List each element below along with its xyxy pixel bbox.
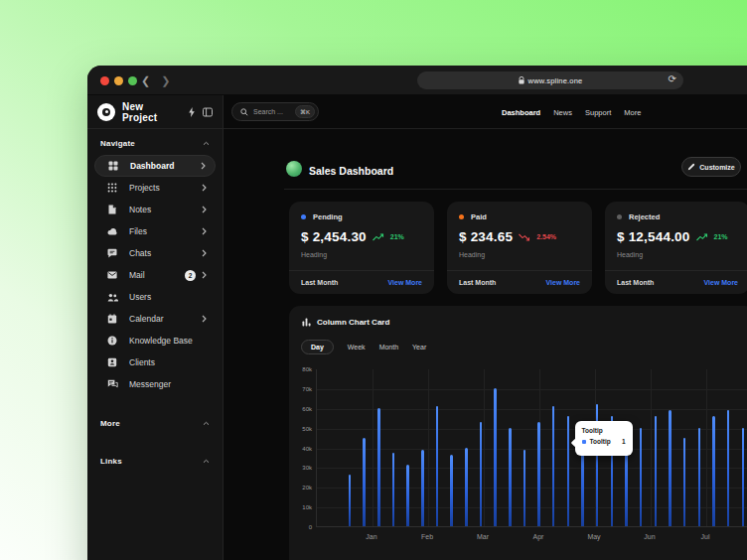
chart-tooltip: Tooltip Tooltip 1 <box>575 421 633 456</box>
close-window-button[interactable] <box>100 76 109 85</box>
tab-month[interactable]: Month <box>379 341 398 353</box>
sidebar-nav: DashboardProjectsNotesFilesChatsMail2Use… <box>87 153 223 395</box>
x-axis-label: May <box>580 533 608 540</box>
stat-card-label: Paid <box>471 212 487 221</box>
sidebar-item-label: Knowledge Base <box>129 336 193 346</box>
tab-day[interactable]: Day <box>301 340 334 354</box>
address-bar[interactable]: www.spline.one ⟳ <box>417 71 683 89</box>
bar[interactable] <box>406 465 409 526</box>
bolt-icon[interactable] <box>188 107 196 117</box>
y-axis-label: 0 <box>291 524 312 530</box>
top-nav-link-more[interactable]: More <box>624 108 641 117</box>
bar[interactable] <box>537 422 540 526</box>
y-axis-label: 40k <box>291 446 312 452</box>
trend-percent: 2.54% <box>536 233 556 240</box>
sidebar-item-calendar[interactable]: Calendar <box>94 308 216 330</box>
top-nav: DashboardNewsSupportMore <box>502 95 641 129</box>
bar-chart-icon <box>302 318 311 327</box>
stat-card-subtitle: Heading <box>459 251 580 258</box>
y-axis-label: 70k <box>291 386 312 392</box>
bar[interactable] <box>669 410 672 526</box>
sidebar-item-messenger[interactable]: Messenger <box>94 373 216 395</box>
bar[interactable] <box>523 450 526 527</box>
projects-icon <box>107 183 118 193</box>
view-more-link[interactable]: View More <box>546 279 581 286</box>
section-links[interactable]: Links <box>87 447 223 471</box>
maximize-window-button[interactable] <box>128 76 137 85</box>
users-icon <box>107 293 118 302</box>
bar[interactable] <box>494 388 497 526</box>
top-nav-link-news[interactable]: News <box>553 108 572 117</box>
view-more-link[interactable]: View More <box>388 279 423 286</box>
browser-chrome: ❮ ❯ www.spline.one ⟳ <box>87 66 747 95</box>
search-shortcut-badge: ⌘K <box>295 105 315 118</box>
trend-percent: 21% <box>714 233 728 240</box>
gridline <box>317 409 747 410</box>
sidebar-item-mail[interactable]: Mail2 <box>94 264 216 286</box>
bar[interactable] <box>683 438 686 526</box>
sidebar-item-label: Messenger <box>129 379 171 389</box>
bar[interactable] <box>480 422 483 526</box>
mail-icon <box>107 271 118 279</box>
top-nav-link-support[interactable]: Support <box>585 108 611 117</box>
top-nav-link-dashboard[interactable]: Dashboard <box>502 108 540 117</box>
bar[interactable] <box>640 428 643 526</box>
clients-icon <box>107 357 118 367</box>
bar[interactable] <box>698 428 701 526</box>
bar[interactable] <box>421 450 424 527</box>
sidebar-item-label: Calendar <box>129 314 164 324</box>
section-navigate[interactable]: Navigate <box>87 129 223 153</box>
reload-icon[interactable]: ⟳ <box>669 73 676 84</box>
sidebar-item-files[interactable]: Files <box>94 220 216 242</box>
bar[interactable] <box>363 438 366 526</box>
gridline <box>651 369 652 526</box>
sidebar-item-knowledge-base[interactable]: Knowledge Base <box>94 330 216 351</box>
sidebar-item-chats[interactable]: Chats <box>94 242 216 264</box>
chart-period-tabs: DayWeekMonthYear <box>301 340 426 354</box>
bar[interactable] <box>450 455 453 526</box>
trend-up-icon <box>373 233 384 241</box>
bar[interactable] <box>509 428 512 526</box>
chevron-right-icon <box>201 162 206 170</box>
chevron-up-icon <box>203 421 210 426</box>
unread-count-badge: 2 <box>185 270 196 281</box>
customize-button[interactable]: Customize <box>681 157 741 177</box>
minimize-window-button[interactable] <box>114 76 123 85</box>
sidebar-item-clients[interactable]: Clients <box>94 351 216 373</box>
chats-icon <box>107 248 118 258</box>
browser-forward-button[interactable]: ❯ <box>161 75 170 86</box>
tab-year[interactable]: Year <box>412 341 426 353</box>
gridline <box>317 429 747 430</box>
sidebar-item-label: Dashboard <box>130 161 174 171</box>
tab-week[interactable]: Week <box>348 341 366 353</box>
sidebar-item-users[interactable]: Users <box>94 286 216 308</box>
search-input[interactable]: Search ... ⌘K <box>231 102 319 121</box>
view-more-link[interactable]: View More <box>704 279 739 286</box>
bar[interactable] <box>567 416 570 526</box>
sidebar-item-projects[interactable]: Projects <box>94 177 216 199</box>
sidebar-item-label: Projects <box>129 183 160 193</box>
stat-cards-row: Pending$ 2,454.3021%HeadingLast MonthVie… <box>289 202 747 294</box>
bar[interactable] <box>349 475 352 526</box>
collapse-sidebar-icon[interactable] <box>203 107 213 117</box>
browser-back-button[interactable]: ❮ <box>141 75 150 86</box>
bar[interactable] <box>742 428 745 526</box>
stat-card-paid: Paid$ 234.652.54%HeadingLast MonthView M… <box>447 202 592 294</box>
url-text: www.spline.one <box>528 76 583 85</box>
bar[interactable] <box>712 416 715 526</box>
sidebar-item-notes[interactable]: Notes <box>94 199 216 220</box>
dashboard-avatar <box>286 161 302 177</box>
bar[interactable] <box>465 448 468 527</box>
bar[interactable] <box>377 408 380 526</box>
section-more[interactable]: More <box>87 409 223 433</box>
sidebar-item-dashboard[interactable]: Dashboard <box>94 155 216 177</box>
chevron-right-icon <box>202 315 207 323</box>
bar[interactable] <box>655 416 658 526</box>
bar[interactable] <box>436 406 439 526</box>
bar[interactable] <box>392 453 395 526</box>
notes-icon <box>107 205 118 214</box>
files-icon <box>107 227 118 235</box>
tooltip-value: 1 <box>622 438 626 445</box>
sidebar-item-label: Files <box>129 226 147 236</box>
main-content: Search ... ⌘K DashboardNewsSupportMore S… <box>224 95 747 560</box>
